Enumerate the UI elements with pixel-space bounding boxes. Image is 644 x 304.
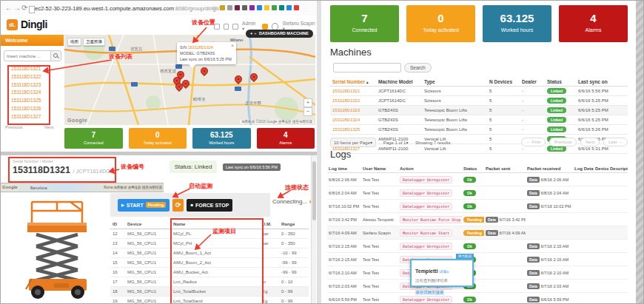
machine-row[interactable]: 153118D1324 GTBZ43S Telescopic Boom Lift… bbox=[330, 115, 628, 125]
browser-back-icon[interactable]: ← bbox=[5, 3, 13, 13]
log-row[interactable]: 6/6/16 5:59 PM Test Test Datalogger Unre… bbox=[327, 293, 628, 304]
scrollbar[interactable] bbox=[311, 155, 316, 304]
start-button[interactable]: ▶ START Pending bbox=[118, 199, 170, 212]
close-icon[interactable]: × bbox=[231, 43, 234, 49]
monitor-item-row[interactable]: 14 MG_56_CPU1 AMU_Boom_1_Act -10 - 99 bbox=[110, 249, 309, 258]
web-search-link[interactable]: 请尝试网页搜索 bbox=[415, 290, 444, 295]
machine-row[interactable]: 153118D1325 GTBZ43S Telescopic Boom Lift… bbox=[330, 125, 628, 135]
bookmark-star-icon[interactable]: ☆ bbox=[211, 4, 216, 11]
column-header[interactable]: Last sync on bbox=[576, 78, 628, 87]
monitor-item-row[interactable]: 13 MG_56_CPU1 MCyl_PH bar 0 - 350 bbox=[110, 239, 309, 249]
log-row[interactable]: 6/8/16 2:04 AM Test Test Datalogger Unre… bbox=[327, 186, 628, 200]
device-serial-link[interactable]: 153118D1326 bbox=[1, 105, 64, 113]
nav-icon[interactable] bbox=[232, 24, 238, 30]
page-dropdown[interactable]: Page 1 of 1▾ bbox=[383, 141, 409, 145]
device-serial-link[interactable]: 153118D1321 bbox=[1, 65, 64, 73]
column-header: Packet sent bbox=[484, 165, 526, 173]
extension-icon[interactable] bbox=[257, 5, 262, 10]
extension-icon[interactable] bbox=[264, 5, 269, 10]
machine-serial-link[interactable]: 153118D1325 bbox=[330, 125, 376, 135]
extension-icon[interactable] bbox=[279, 5, 284, 10]
log-row[interactable]: 6/7/16 2:03 AM Test Test Datalogger Unre… bbox=[327, 280, 628, 293]
info-serial[interactable]: 153118D1324 bbox=[188, 45, 213, 50]
log-row[interactable]: 6/7/16 4:09 AM Stefano Scapin Monitor Ru… bbox=[327, 226, 628, 240]
machine-serial-link[interactable]: 153118D1321 bbox=[330, 87, 376, 96]
browser-refresh-icon[interactable]: ⟳ bbox=[21, 3, 27, 13]
chevron-down-icon: ▾ bbox=[370, 141, 372, 145]
status-badge: Linked bbox=[547, 98, 566, 104]
extension-icon[interactable] bbox=[235, 5, 240, 10]
monitor-item-row[interactable]: 18 MG_56_CPU1 Lmi_TotalBucket Kg 0 - 99 bbox=[110, 287, 309, 297]
column-header[interactable]: Status bbox=[545, 78, 576, 87]
first-page-button[interactable]: ← First bbox=[521, 138, 546, 146]
previous-button[interactable]: Previous bbox=[5, 125, 22, 129]
search-icon[interactable] bbox=[50, 51, 61, 61]
log-row[interactable]: 6/7/16 3:42 PM Alessio Tempietti Monitor… bbox=[327, 213, 628, 226]
extension-icon[interactable] bbox=[294, 5, 299, 10]
log-row[interactable]: 6/7/16 10:02 PM Test Test Datalogger Unr… bbox=[327, 200, 628, 213]
column-header[interactable]: N Devices bbox=[487, 78, 520, 87]
last-page-button[interactable]: Last → bbox=[603, 138, 628, 146]
device-serial-link[interactable]: 153118D1323 bbox=[1, 81, 64, 89]
monitor-item-row[interactable]: 17 MG_56_CPU1 Lmi_Radius m 0 - 10 bbox=[110, 277, 309, 287]
extension-icon[interactable] bbox=[227, 5, 232, 10]
stat-value: 7 bbox=[64, 131, 123, 139]
showing-results: Showing 7 results. bbox=[415, 141, 452, 145]
machine-row[interactable]: 153118D1323 GTBZ43S Telescopic Boom Lift… bbox=[330, 106, 628, 115]
search-button[interactable]: Search bbox=[404, 63, 432, 72]
browser-forward-icon[interactable]: → bbox=[13, 3, 21, 13]
extension-icon[interactable] bbox=[249, 5, 255, 10]
column-header[interactable]: Machine Model bbox=[376, 78, 422, 87]
dictionary-popup: 强力取词 Tempietti详细» 没有查到翻译结果 请尝试网页搜索 bbox=[410, 259, 474, 287]
zoom-out-button[interactable]: − bbox=[303, 107, 312, 116]
extension-icon[interactable] bbox=[242, 5, 247, 10]
extension-icon[interactable] bbox=[220, 5, 225, 10]
extension-icon[interactable] bbox=[286, 5, 292, 10]
address-bar[interactable]: ec2-52-30-223-189.eu-west-1.compute.amaz… bbox=[35, 5, 220, 12]
machine-serial-link[interactable]: 153118D1322 bbox=[330, 96, 376, 106]
mini-map-strip[interactable]: Google Barcelona Roma 地图数据 使用条款 报告地图错误 bbox=[1, 183, 164, 192]
notification-badge[interactable] bbox=[262, 24, 268, 30]
force-stop-button[interactable]: ■ FORCE STOP bbox=[187, 199, 232, 212]
popup-tab[interactable]: 强力取词 bbox=[456, 254, 474, 259]
map-button[interactable]: 地图 bbox=[67, 38, 81, 46]
machine-row[interactable]: 153118D1321 JCPT1614DC Scissors 5 - Link… bbox=[330, 87, 628, 96]
satellite-button[interactable]: 卫星图像 bbox=[83, 38, 105, 46]
dashboard-macchine-pill[interactable]: ●+ DASHBOARD MACCHINE bbox=[246, 30, 313, 38]
column-header: Packet received bbox=[526, 165, 573, 173]
column-header[interactable]: Type bbox=[422, 78, 487, 87]
log-row[interactable]: 6/7/16 2:15 AM Test Test Datalogger Unre… bbox=[327, 253, 628, 266]
machines-search-input[interactable] bbox=[333, 63, 401, 72]
machine-serial-link[interactable]: 153118D1323 bbox=[330, 106, 376, 115]
scrollbar-thumb[interactable] bbox=[312, 161, 316, 220]
monitor-item-row[interactable]: 12 MG_56_CPU1 MCyl_PL bar 0 - 350 bbox=[110, 229, 309, 239]
nav-icon[interactable] bbox=[224, 24, 229, 30]
data-badge: Data bbox=[527, 243, 540, 249]
extension-icon[interactable] bbox=[272, 5, 277, 10]
plus-icon: + bbox=[254, 31, 256, 36]
monitor-item-row[interactable]: 16 MG_56_CPU1 AMU_Bucket_Act -99 - 99 bbox=[110, 268, 309, 277]
machine-serial-link[interactable]: 153118D1324 bbox=[330, 115, 376, 125]
monitor-item-row[interactable]: 19 MG_56_CPU1 Lmi_TotalSand Kg 0 - 99 bbox=[110, 297, 309, 304]
machine-row[interactable]: 153118D1322 JCPT1614DC Scissors 5 - Link… bbox=[330, 96, 628, 106]
log-row[interactable]: 6/8/16 2:06 AM Test Test Datalogger Unre… bbox=[327, 173, 628, 186]
previous-page-button[interactable]: Previous bbox=[549, 138, 577, 146]
machine-search-input[interactable] bbox=[4, 51, 50, 61]
log-row[interactable]: 6/7/16 2:15 AM Test Test Datalogger Unre… bbox=[327, 240, 628, 253]
refresh-button[interactable]: ⟳ bbox=[172, 199, 184, 212]
device-serial-link[interactable]: 153118D1327 bbox=[1, 113, 64, 121]
log-row[interactable]: 6/7/16 2:10 AM Test Test Datalogger Unre… bbox=[327, 266, 628, 280]
details-link[interactable]: 详细» bbox=[440, 269, 449, 274]
device-serial-link[interactable]: 153118D1325 bbox=[1, 97, 64, 105]
device-serial-link[interactable]: 153118D1324 bbox=[1, 89, 64, 97]
zoom-in-button[interactable]: + bbox=[303, 98, 312, 107]
next-button[interactable]: Next bbox=[44, 125, 53, 129]
device-map[interactable]: 地图 卫星图像 ●+ DASHBOARD MACCHINE × S/N 1531… bbox=[64, 35, 315, 125]
next-page-button[interactable]: Next bbox=[580, 138, 600, 146]
device-serial-link[interactable]: 153118D1322 bbox=[1, 73, 64, 81]
column-header[interactable]: Serial Number bbox=[330, 78, 376, 87]
nav-icon[interactable] bbox=[214, 24, 220, 30]
monitor-item-row[interactable]: 15 MG_56_CPU1 AMU_Boom_2_Act -99 - 99 bbox=[110, 258, 309, 268]
items-per-page-dropdown[interactable]: 10 Items per Page▾ bbox=[330, 138, 376, 147]
column-header[interactable]: Dealer bbox=[520, 78, 545, 87]
